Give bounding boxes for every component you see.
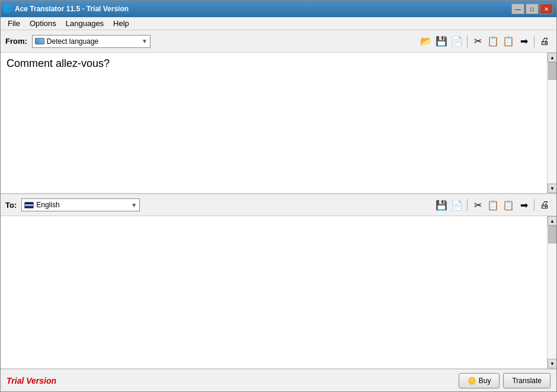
buy-label: Buy (479, 377, 491, 385)
menu-help[interactable]: Help (108, 18, 134, 29)
print-icon[interactable]: 🖨 (537, 34, 552, 49)
new-icon[interactable]: 📄 (450, 34, 464, 49)
output-scroll-thumb[interactable] (548, 226, 556, 243)
source-text-input[interactable]: Comment allez-vous? (1, 53, 547, 193)
save2-icon[interactable]: 💾 (434, 198, 449, 212)
from-language-select[interactable]: Detect language ▼ (32, 35, 151, 48)
to-language-select[interactable]: English ▼ (21, 198, 140, 211)
to-dropdown-arrow-icon: ▼ (131, 202, 137, 208)
output-scroll-track[interactable] (548, 226, 556, 359)
to-language-label: English (36, 201, 59, 209)
arrow-icon[interactable]: ➡ (517, 34, 531, 49)
output-scrollbar[interactable]: ▲ ▼ (547, 216, 556, 368)
titlebar-left: 🌐 Ace Translator 11.5 - Trial Version (3, 5, 129, 13)
separator-4 (534, 199, 534, 211)
lower-toolbar-icons: 💾 📄 ✂ 📋 📋 ➡ 🖨 (434, 198, 552, 212)
menu-file[interactable]: File (3, 18, 25, 29)
open-icon[interactable]: 📂 (419, 34, 433, 49)
scroll-thumb[interactable] (548, 62, 556, 80)
bottom-buttons: 🪙 Buy Translate (459, 373, 550, 388)
output-text-container: ▲ ▼ (1, 216, 556, 369)
output-scroll-down-button[interactable]: ▼ (548, 359, 556, 368)
print2-icon[interactable]: 🖨 (537, 198, 552, 212)
output-text-input[interactable] (1, 216, 547, 368)
from-language-label: Detect language (47, 37, 98, 46)
app-icon: 🌐 (3, 5, 12, 13)
english-flag-icon (24, 202, 34, 208)
detect-flag-icon (35, 38, 44, 44)
translate-label: Translate (512, 377, 542, 385)
copy2-icon[interactable]: 📋 (486, 198, 500, 212)
bottom-bar: Trial Version 🪙 Buy Translate (1, 369, 556, 391)
scroll-track[interactable] (548, 62, 556, 184)
from-dropdown-arrow-icon: ▼ (142, 38, 148, 44)
scroll-up-button[interactable]: ▲ (548, 53, 556, 62)
separator-2 (534, 36, 534, 47)
titlebar-controls: — □ ✕ (511, 4, 553, 14)
source-text-container: Comment allez-vous? ▲ ▼ (1, 53, 556, 194)
source-scrollbar[interactable]: ▲ ▼ (547, 53, 556, 193)
copy-icon[interactable]: 📋 (486, 34, 500, 49)
cut2-icon[interactable]: ✂ (470, 198, 485, 212)
cut-icon[interactable]: ✂ (470, 34, 485, 49)
window-title: Ace Translator 11.5 - Trial Version (15, 5, 129, 13)
menubar: File Options Languages Help (1, 17, 556, 30)
trial-version-label: Trial Version (7, 376, 459, 385)
top-toolbar-icons: 📂 💾 📄 ✂ 📋 📋 ➡ 🖨 (419, 34, 552, 49)
menu-options[interactable]: Options (25, 18, 61, 29)
close-button[interactable]: ✕ (540, 4, 553, 14)
new2-icon[interactable]: 📄 (450, 198, 464, 212)
titlebar: 🌐 Ace Translator 11.5 - Trial Version — … (1, 1, 556, 17)
output-scroll-up-button[interactable]: ▲ (548, 216, 556, 226)
coin-icon: 🪙 (468, 377, 476, 385)
separator-1 (467, 36, 468, 47)
main-window: 🌐 Ace Translator 11.5 - Trial Version — … (0, 0, 557, 392)
scroll-down-button[interactable]: ▼ (548, 184, 556, 193)
from-label: From: (5, 37, 27, 46)
top-toolbar: From: Detect language ▼ 📂 💾 📄 ✂ 📋 📋 ➡ 🖨 (1, 30, 556, 53)
lower-toolbar: To: English ▼ 💾 📄 ✂ 📋 📋 ➡ 🖨 (1, 194, 556, 216)
paste2-icon[interactable]: 📋 (501, 198, 516, 212)
maximize-button[interactable]: □ (526, 4, 539, 14)
arrow2-icon[interactable]: ➡ (517, 198, 531, 212)
menu-languages[interactable]: Languages (61, 18, 108, 29)
minimize-button[interactable]: — (511, 4, 524, 14)
paste-icon[interactable]: 📋 (501, 34, 516, 49)
translate-button[interactable]: Translate (503, 373, 550, 388)
save-icon[interactable]: 💾 (434, 34, 449, 49)
separator-3 (467, 199, 468, 211)
to-label: To: (5, 201, 17, 210)
buy-button[interactable]: 🪙 Buy (459, 373, 500, 388)
